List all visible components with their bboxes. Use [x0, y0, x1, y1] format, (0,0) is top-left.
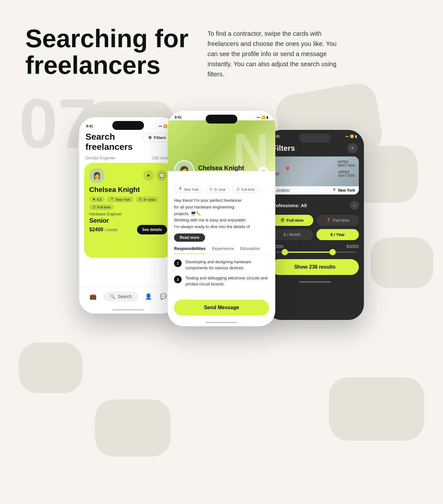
status-icons-center: ▪▪▪ 🛜 ▮ [257, 116, 268, 119]
location-pin-icon: 📍 [332, 188, 337, 193]
slider-thumb-max[interactable] [329, 249, 336, 255]
card-location-tag: 📍 New York [107, 196, 133, 202]
profile-body: 📍 New York ⏱ 3+ year ⏱ Full-time Hey the… [168, 171, 275, 297]
wifi-icon-c: 🛜 [261, 116, 265, 119]
yearly-chip[interactable]: $ / Year [316, 229, 359, 240]
card-rating-tag: ★ 4.8 [89, 196, 105, 202]
phone-right-notch [299, 134, 331, 143]
star-icon: ★ [92, 197, 96, 201]
map-label-upper-west: UPPERWEST SIDE [338, 160, 355, 167]
send-message-button[interactable]: Send Message [174, 300, 269, 316]
map-pin-icon: 📍 [284, 166, 291, 174]
phone-center-notch [206, 115, 237, 124]
location-chip-value: New York [184, 188, 198, 191]
profile-map-area: N 👩 Chelsea Knight Hardware Engineer ♡ [168, 120, 275, 171]
tab-responsibilities[interactable]: Responsibilities [174, 246, 206, 254]
job-type-chips: ⏱ Full-time 📍 Part-time [266, 215, 364, 226]
avatar: 👩 [89, 168, 104, 183]
fulltime-chip[interactable]: ⏱ Full-time [271, 215, 313, 226]
clock-chip-icon: ⏱ [209, 188, 213, 191]
location-chip-icon: 📍 [178, 187, 183, 191]
filters-label: Filters [154, 135, 166, 140]
phone-left-notch [112, 121, 144, 130]
wifi-icon-r: 🛜 [350, 135, 354, 138]
bio-line4: Working with me is easy and enjoyable: [174, 218, 246, 222]
profile-tabs: Responsibilities Experience Education [174, 246, 269, 254]
experience-value: 3+ year [143, 198, 155, 201]
phone-right-content: 9:41 ▪▪▪ 🛜 ▮ Filters × UPPERWEST SIDE UP… [266, 130, 364, 320]
slider-fill [282, 252, 335, 253]
bio-line3: projects. 🖥️✏️ [174, 211, 201, 216]
jobtype-chip-value: Full-time [241, 188, 254, 191]
status-icons-right: ▪▪▪ 🛜 ▮ [345, 135, 357, 138]
show-results-button[interactable]: Show 238 results [271, 259, 359, 275]
chat-nav-icon[interactable]: 💬 [159, 292, 168, 301]
filters-button[interactable]: ⚙ Filters [143, 133, 171, 142]
fulltime-icon: ⏱ [280, 218, 284, 223]
card-salary-row: $2400 / month See details [89, 225, 167, 234]
phone-right: 9:41 ▪▪▪ 🛜 ▮ Filters × UPPERWEST SIDE UP… [266, 130, 364, 320]
search-nav-button[interactable]: 🔍 Search [103, 291, 138, 302]
salary-value: $2400 / month [89, 227, 117, 233]
header-section: Searching for freelancers To find a cont… [0, 0, 443, 92]
salary-range-filter: $1000 $3000 [266, 244, 364, 253]
salary-period: / month [105, 228, 117, 232]
card-name: Chelsea Knight [89, 186, 167, 194]
filters-title: Filters [272, 144, 295, 153]
location-value: New York [115, 198, 130, 201]
rating-value: 4.8 [97, 198, 102, 201]
parttime-label: Part-time [333, 218, 350, 223]
signal-icon-c: ▪▪▪ [257, 116, 260, 119]
profile-chips: 📍 New York ⏱ 3+ year ⏱ Full-time [174, 186, 269, 193]
range-values: $1000 $3000 [271, 244, 359, 249]
monthly-chip[interactable]: $ / Month [271, 229, 313, 240]
parttime-chip[interactable]: 📍 Part-time [316, 215, 359, 226]
resp-number-2: 2 [174, 276, 182, 283]
card-profession: Hardware Engineer [89, 212, 167, 216]
card-experience-tag: ⏱ 3+ year [135, 196, 158, 202]
slider-track[interactable] [273, 252, 356, 253]
main-freelancer-card[interactable]: 👩 ♥ 💬 Chelsea Knight ★ 4.8 📍 [84, 163, 172, 258]
profile-avatar: 👩 [174, 160, 194, 171]
professions-filter-row: Professions: All › [266, 198, 364, 212]
bio-line2: for all your hardware engineering [174, 205, 234, 209]
read-more-button[interactable]: Read more [174, 233, 205, 242]
location-chip: 📍 New York [174, 186, 203, 193]
search-nav-label: Search [118, 294, 132, 299]
professions-label: Professions: All [271, 203, 307, 208]
fulltime-label: Full-time [286, 218, 303, 223]
briefcase-icon[interactable]: 💼 [89, 292, 97, 301]
slider-thumb-min[interactable] [282, 249, 288, 255]
profile-nav-icon[interactable]: 👤 [144, 292, 153, 301]
parttime-icon: 📍 [326, 218, 331, 223]
experience-chip-value: 3+ year [214, 188, 226, 191]
clock-icon: ⏱ [139, 198, 142, 201]
home-indicator-right [299, 281, 331, 283]
location-bar: Location: 📍 New York [271, 186, 359, 195]
tab-education[interactable]: Education [240, 246, 260, 254]
status-time-center: 9:41 [175, 115, 182, 119]
card-avatar-row: 👩 ♥ 💬 [89, 168, 167, 183]
responsibility-item-2: 2 Testing and debugging electronic circu… [174, 275, 269, 287]
location-value: 📍 New York [332, 188, 355, 193]
professions-arrow-button[interactable]: › [350, 201, 359, 210]
header-description: To find a contractor, swipe the cards wi… [208, 25, 347, 79]
phone-left: 9:41 ▪▪▪ 🛜 ▮ Search freelancers ⚙ Filter… [79, 117, 177, 314]
search-subtitle: DevOps Engineer 238 results [79, 156, 177, 163]
salary-amount: $2400 [89, 227, 103, 232]
see-details-button[interactable]: See details [137, 225, 167, 234]
resp-number-1: 1 [174, 259, 182, 267]
close-button[interactable]: × [347, 143, 358, 153]
profile-name: Chelsea Knight [198, 164, 244, 171]
tab-experience[interactable]: Experience [212, 246, 234, 254]
card-jobtype-tag: ⏱ Full-time [89, 204, 114, 210]
background-blob-6 [95, 399, 171, 456]
background-blob-5 [329, 377, 424, 441]
like-button[interactable]: ♥ [143, 170, 154, 181]
message-button[interactable]: 💬 [156, 170, 167, 181]
phone-left-content: 9:41 ▪▪▪ 🛜 ▮ Search freelancers ⚙ Filter… [79, 117, 177, 314]
phones-container: 9:41 ▪▪▪ 🛜 ▮ Search freelancers ⚙ Filter… [0, 98, 443, 358]
jobtype-chip: ⏱ Full-time [232, 186, 259, 193]
search-icon: 🔍 [110, 294, 115, 299]
profile-bio: Hey there! I'm your perfect freelancer f… [174, 197, 269, 230]
